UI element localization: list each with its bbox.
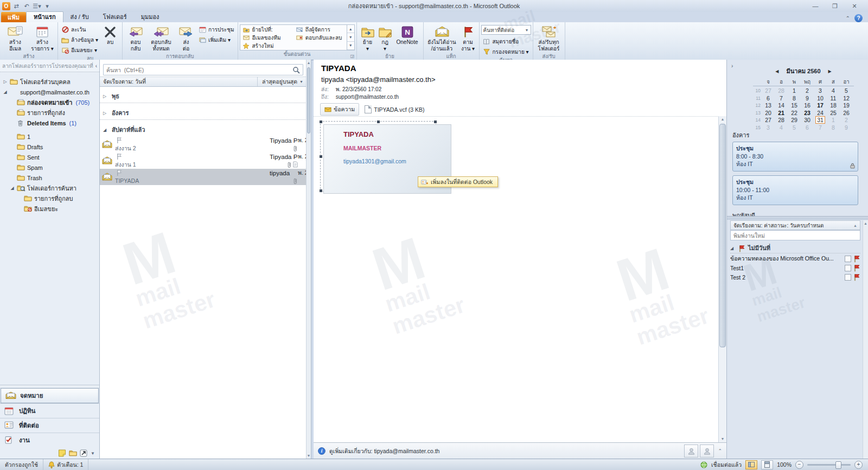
calendar-day[interactable]: 29: [788, 117, 801, 123]
tree-expand-icon[interactable]: ◢: [2, 90, 8, 94]
calendar-day[interactable]: 10: [814, 95, 827, 101]
more-respond-button[interactable]: เพิ่มเติม ▾: [197, 35, 236, 45]
scroll-up-icon[interactable]: ▲: [719, 116, 726, 123]
calendar-day[interactable]: 1: [827, 117, 840, 123]
email-list-item[interactable]: Tipyada Porndethdechaพ. 22/3ส่งงาน 1: [100, 153, 307, 169]
minimize-button[interactable]: —: [809, 2, 821, 10]
group-expand-icon[interactable]: ◢: [730, 246, 736, 251]
calendar-day[interactable]: 16: [801, 102, 814, 109]
todo-splitter[interactable]: [727, 216, 868, 220]
scroll-up-icon[interactable]: ▲: [307, 60, 311, 66]
zoom-out-button[interactable]: −: [795, 461, 803, 469]
reply-button[interactable]: ตอบ กลับ: [124, 23, 147, 52]
quickstep-reply-delete[interactable]: ตอบกลับและลบ: [296, 34, 344, 41]
flag-icon[interactable]: [116, 153, 123, 160]
scrollbar-thumb[interactable]: [719, 124, 726, 347]
collapse-pane-icon[interactable]: ‹: [95, 63, 97, 69]
calendar-day[interactable]: 4: [827, 87, 840, 94]
follow-up-button[interactable]: ตาม งาน ▾: [459, 23, 477, 52]
calendar-day[interactable]: 12: [840, 95, 853, 101]
flag-icon[interactable]: [853, 264, 860, 271]
flag-icon[interactable]: [853, 274, 860, 281]
shortcuts-icon[interactable]: [80, 449, 88, 457]
calendar-day[interactable]: 3: [814, 87, 827, 94]
task-item[interactable]: Test 2: [730, 272, 860, 282]
folder-list-icon[interactable]: [69, 449, 77, 457]
appointment[interactable]: ประชุม10:00 - 11:00ห้อง IT: [732, 175, 858, 205]
reminders-status[interactable]: ตัวเตือน: 1: [43, 459, 88, 470]
flag-icon[interactable]: [116, 169, 123, 176]
address-book-button[interactable]: สมุดรายชื่อ: [481, 37, 531, 46]
calendar-day[interactable]: 30: [801, 117, 814, 123]
email-group-header[interactable]: ▷พุธ: [100, 86, 307, 103]
reading-view-button[interactable]: [761, 460, 773, 469]
filter-status[interactable]: ตัวกรองถูกใช้: [0, 459, 43, 470]
new-email-button[interactable]: สร้าง อีเมล: [2, 23, 29, 52]
tab-view[interactable]: มุมมอง: [134, 12, 167, 22]
appointment[interactable]: ประชุม8:00 - 8:30ห้อง IT: [732, 142, 858, 172]
calendar-day[interactable]: 28: [775, 117, 788, 123]
calendar-day[interactable]: 9: [801, 95, 814, 101]
contact-email[interactable]: tipyada1301@gmail.com: [343, 158, 451, 164]
attachment-file[interactable]: TIPYADA.vcf (3 KB): [361, 104, 427, 115]
view-list-icon[interactable]: ☰▾: [33, 2, 41, 10]
calendar-day[interactable]: 20: [762, 110, 775, 116]
todo-scrollbar[interactable]: ▲: [863, 220, 868, 459]
task-item[interactable]: ข้อความทดลองของ Microsoft Office Ou...: [730, 254, 860, 263]
message-tab[interactable]: ข้อความ: [320, 103, 359, 116]
close-button[interactable]: ✕: [848, 2, 860, 10]
move-button[interactable]: ย้าย ▾: [359, 23, 377, 52]
selection-handle[interactable]: [319, 155, 323, 158]
search-icon[interactable]: [292, 66, 301, 74]
folder-item[interactable]: กล่องจดหมายเข้า(705): [0, 97, 99, 107]
minimize-ribbon-icon[interactable]: ⌃: [846, 15, 850, 21]
calendar-day[interactable]: 6: [762, 95, 775, 101]
tab-file[interactable]: แฟ้ม: [1, 12, 26, 22]
restore-button[interactable]: ❐: [829, 2, 841, 10]
customize-qat-icon[interactable]: ▾: [43, 2, 52, 10]
quickstep-to-manager[interactable]: ถึงผู้จัดการ: [296, 26, 344, 33]
calendar-day[interactable]: 11: [827, 95, 840, 101]
calendar-day[interactable]: 31: [814, 117, 827, 123]
scroll-down-icon[interactable]: ▼: [347, 33, 354, 41]
folder-item[interactable]: ◢โฟลเดอร์การค้นหา: [0, 183, 99, 193]
calendar-day[interactable]: 24: [814, 110, 827, 116]
module-button-mail[interactable]: จดหมาย: [1, 388, 99, 403]
scrollbar-thumb[interactable]: [307, 67, 310, 134]
cleanup-button[interactable]: ล้างข้อมูล ▾: [60, 35, 100, 45]
folder-item[interactable]: Spam: [0, 162, 99, 173]
calendar-day[interactable]: 2: [840, 117, 853, 123]
normal-view-button[interactable]: [745, 460, 757, 469]
flag-icon[interactable]: [853, 255, 860, 262]
folder-item[interactable]: Drafts: [0, 142, 99, 152]
calendar-day[interactable]: 14: [775, 102, 788, 109]
tab-send-receive[interactable]: ส่ง / รับ: [63, 12, 96, 22]
tab-folder[interactable]: โฟลเดอร์: [96, 12, 134, 22]
send-receive-qat-icon[interactable]: ⇄: [12, 2, 21, 10]
notes-module-icon[interactable]: [58, 449, 66, 457]
group-expand-icon[interactable]: ▷: [103, 111, 108, 116]
todo-bar-collapse-icon[interactable]: ›: [731, 63, 733, 69]
ignore-button[interactable]: ละเว้น: [60, 25, 100, 34]
scroll-up-icon[interactable]: ▲: [347, 25, 354, 33]
selection-handle[interactable]: [319, 189, 323, 193]
quick-steps-scrollbar[interactable]: ▲▼▼: [347, 25, 354, 50]
task-checkbox[interactable]: [845, 274, 851, 281]
folder-item[interactable]: ▷โฟลเดอร์ส่วนบุคคล: [0, 77, 99, 87]
task-sort-header[interactable]: จัดเรียงตาม: ค่าสถานะ: วันครบกำหนด ▲: [730, 220, 860, 230]
new-task-box[interactable]: [730, 230, 860, 240]
zoom-slider-thumb[interactable]: [835, 461, 841, 469]
calendar-day[interactable]: 1: [788, 87, 801, 94]
calendar-day[interactable]: 22: [788, 110, 801, 116]
calendar-day[interactable]: 26: [840, 110, 853, 116]
sort-order-button[interactable]: ล่าสุดอยู่บนสุด ▼: [257, 77, 303, 86]
reading-pane-scrollbar[interactable]: ▲ ▼: [718, 116, 726, 442]
calendar-day[interactable]: 8: [788, 95, 801, 101]
search-box[interactable]: [103, 64, 303, 75]
calendar-day[interactable]: 18: [827, 102, 840, 109]
people-pane[interactable]: i ดูเพิ่มเติมเกี่ยวกับ: tipyada@mailmast…: [314, 442, 726, 459]
add-contact-tooltip[interactable]: เพิ่มลงในที่ติดต่อ Outlook: [418, 176, 498, 187]
reply-all-button[interactable]: ตอบกลับ ทั้งหมด: [147, 23, 175, 52]
email-list-item[interactable]: Tipyada Porndethdechaพ. 22/3ส่งงาน 2: [100, 136, 307, 153]
folder-item[interactable]: Sent: [0, 152, 99, 162]
